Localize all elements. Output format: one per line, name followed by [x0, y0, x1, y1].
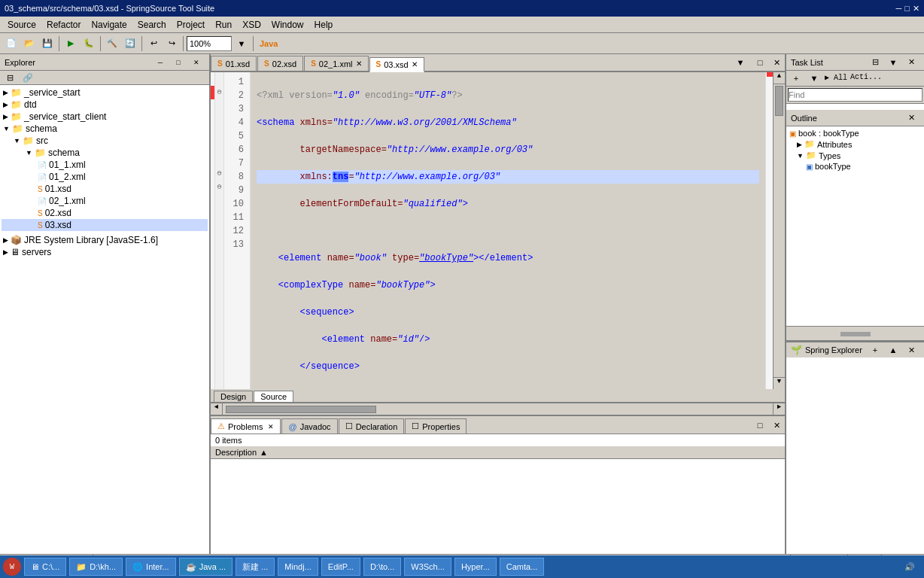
menu-search[interactable]: Search [133, 18, 171, 32]
code-area[interactable]: <?xml version="1.0" encoding="UTF-8"?> <… [251, 72, 765, 389]
outline-item-attributes[interactable]: ▶ 📁 Attributes [788, 138, 922, 150]
tab-menu-btn[interactable]: ▼ [732, 54, 749, 71]
tree-item-service-start-client[interactable]: ▶ 📁 _service_start_client [2, 111, 208, 123]
tab-03xsd[interactable]: S 03.xsd ✕ [369, 57, 424, 72]
tab-problems[interactable]: ⚠ Problems ✕ [211, 418, 281, 434]
menu-refactor[interactable]: Refactor [42, 18, 85, 32]
outline-item-types[interactable]: ▼ 📁 Types [788, 150, 922, 161]
toolbar-open[interactable]: 📂 [21, 35, 38, 52]
outline-item-booktype[interactable]: ▣ bookType [788, 161, 922, 172]
zoom-input[interactable] [187, 36, 232, 51]
scroll-up-btn[interactable]: ▲ [774, 72, 785, 84]
menu-project[interactable]: Project [172, 18, 209, 32]
design-tab[interactable]: Design [214, 391, 253, 402]
toolbar-run[interactable]: ▶ [62, 35, 79, 52]
toolbar-build[interactable]: 🔨 [104, 35, 120, 52]
tree-item-02-xsd[interactable]: S 02.xsd [2, 207, 208, 219]
tree-item-schema-root[interactable]: ▼ 📁 schema [2, 123, 208, 135]
menu-help[interactable]: Help [310, 18, 338, 32]
task-filter-btn[interactable]: ▼ [806, 72, 822, 84]
toolbar-save[interactable]: 💾 [39, 35, 56, 52]
task-list-close[interactable]: ✕ [903, 56, 919, 68]
outline-close[interactable]: ✕ [903, 112, 919, 124]
tab-02xsd[interactable]: S 02.xsd [257, 56, 303, 71]
taskbar-btn-hyper[interactable]: Hyper... [454, 558, 497, 576]
collapse-all-btn[interactable]: ⊟ [2, 71, 18, 84]
editor-maximize-btn[interactable]: □ [752, 54, 768, 71]
explorer-close[interactable]: ✕ [188, 56, 205, 68]
tab-close-icon[interactable]: ✕ [268, 423, 274, 430]
close-btn[interactable]: ✕ [913, 4, 919, 14]
scroll-h-thumb[interactable] [226, 406, 376, 413]
bottom-panel-close[interactable]: ✕ [768, 417, 785, 434]
tree-item-01-xsd[interactable]: S 01.xsd [2, 183, 208, 195]
outline-item-book[interactable]: ▣ book : bookType [788, 128, 922, 138]
taskbar-btn-new[interactable]: 新建 ... [236, 558, 275, 576]
menu-window[interactable]: Window [267, 18, 309, 32]
toolbar-debug[interactable]: 🐛 [81, 35, 97, 52]
tree-item-servers[interactable]: ▶ 🖥 servers [2, 246, 208, 258]
task-add-btn[interactable]: + [788, 72, 804, 84]
taskbar-btn-camta[interactable]: Camta... [500, 558, 545, 576]
sort-icon[interactable]: ▲ [260, 448, 268, 457]
tab-01xsd[interactable]: S 01.xsd [211, 56, 257, 71]
taskbar-btn-w3sch[interactable]: W3Sch... [404, 558, 451, 576]
taskbar-btn-dto[interactable]: D:\to... [363, 558, 401, 576]
outline-scroll-area[interactable] [786, 326, 924, 341]
scroll-thumb[interactable] [775, 86, 783, 116]
tree-item-03-xsd[interactable]: S 03.xsd [2, 219, 208, 231]
explorer-maximize[interactable]: □ [170, 56, 187, 68]
source-tab[interactable]: Source [254, 391, 293, 402]
menu-run[interactable]: Run [211, 18, 236, 32]
maximize-btn[interactable]: □ [904, 4, 910, 14]
toolbar-java[interactable]: Java [257, 35, 281, 52]
zoom-btn[interactable]: ▼ [233, 35, 250, 52]
taskbar-btn-java[interactable]: ☕ Java ... [179, 558, 233, 576]
tab-close-03xsd[interactable]: ✕ [412, 60, 418, 68]
tab-close-02-1xml[interactable]: ✕ [356, 59, 362, 68]
spring-explorer-btn1[interactable]: + [867, 344, 883, 356]
minimize-btn[interactable]: ─ [896, 4, 902, 14]
spring-explorer-close[interactable]: ✕ [903, 344, 919, 356]
menu-source[interactable]: Source [3, 18, 41, 32]
scroll-right-btn[interactable]: ► [773, 403, 785, 415]
toolbar-refresh[interactable]: 🔄 [122, 35, 138, 52]
editor-close-btn[interactable]: ✕ [768, 54, 785, 71]
tree-item-src[interactable]: ▼ 📁 src [2, 135, 208, 147]
toolbar-undo[interactable]: ↩ [145, 35, 162, 52]
task-search-input[interactable] [788, 88, 922, 102]
task-list-btn2[interactable]: ▼ [885, 56, 901, 68]
outline-scroll-thumb[interactable] [840, 332, 871, 336]
taskbar-btn-cwindows[interactable]: 🖥 C:\... [24, 558, 66, 576]
toolbar-redo[interactable]: ↪ [163, 35, 180, 52]
vertical-scrollbar[interactable]: ▲ ▼ [773, 72, 785, 389]
tree-item-schema-sub[interactable]: ▼ 📁 schema [2, 147, 208, 159]
tree-item-dtd[interactable]: ▶ 📁 dtd [2, 99, 208, 111]
scroll-left-btn[interactable]: ◄ [211, 403, 223, 415]
menu-navigate[interactable]: Navigate [87, 18, 131, 32]
toolbar-new[interactable]: 📄 [3, 35, 20, 52]
tab-javadoc[interactable]: @ Javadoc [281, 418, 337, 434]
fold-line9[interactable]: ⊖ [215, 181, 223, 194]
tree-item-jre[interactable]: ▶ 📦 JRE System Library [JavaSE-1.6] [2, 234, 208, 246]
tab-properties[interactable]: ☐ Properties [405, 418, 467, 434]
tab-declaration[interactable]: ☐ Declaration [339, 418, 405, 434]
start-icon[interactable]: W [3, 558, 21, 576]
taskbar-btn-mindj[interactable]: Mindj... [278, 558, 318, 576]
scroll-down-btn[interactable]: ▼ [774, 377, 785, 389]
tree-item-02-1-xml[interactable]: 📄 02_1.xml [2, 195, 208, 207]
taskbar-btn-editp[interactable]: EditP... [321, 558, 360, 576]
fold-line8[interactable]: ⊖ [215, 167, 223, 181]
taskbar-btn-inter[interactable]: 🌐 Inter... [126, 558, 176, 576]
link-editor-btn[interactable]: 🔗 [20, 71, 36, 84]
tree-item-01-2-xml[interactable]: 📄 01_2.xml [2, 171, 208, 183]
spring-explorer-btn2[interactable]: ▲ [885, 344, 901, 356]
task-list-btn1[interactable]: ⊟ [867, 56, 883, 68]
tree-item-service-start[interactable]: ▶ 📁 _service_start [2, 87, 208, 99]
taskbar-btn-dkh[interactable]: 📁 D:\kh... [69, 558, 123, 576]
tab-02-1xml[interactable]: S 02_1.xml ✕ [304, 56, 368, 71]
explorer-minimize[interactable]: ─ [152, 56, 169, 68]
horizontal-scrollbar[interactable]: ◄ ► [211, 403, 785, 415]
bottom-panel-maximize[interactable]: □ [752, 417, 768, 434]
fold-line2[interactable]: ⊖ [215, 86, 223, 99]
